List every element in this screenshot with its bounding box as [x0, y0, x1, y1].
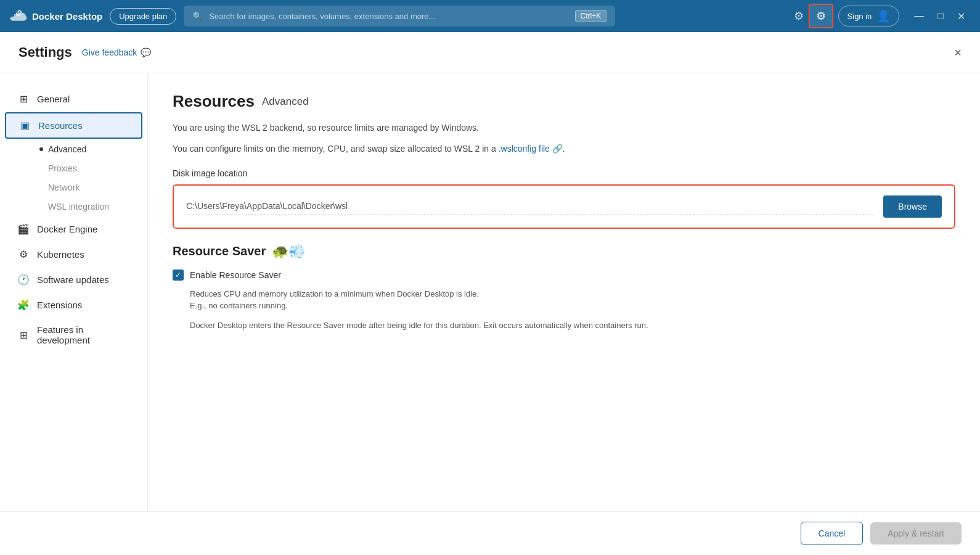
- browse-button[interactable]: Browse: [883, 195, 942, 218]
- sidebar: ⊞ General ▣ Resources Advanced Pr: [0, 73, 148, 511]
- content-title: Resources: [173, 92, 255, 111]
- apply-restart-button[interactable]: Apply & restart: [870, 522, 962, 545]
- sidebar-item-general[interactable]: ⊞ General: [5, 87, 142, 111]
- sidebar-item-proxies[interactable]: Proxies: [32, 159, 147, 178]
- sign-in-label: Sign in: [847, 12, 872, 21]
- sidebar-label-general: General: [37, 94, 70, 104]
- footer-actions: Cancel Apply & restart: [0, 511, 980, 555]
- settings-body: ⊞ General ▣ Resources Advanced Pr: [0, 73, 980, 511]
- settings-button[interactable]: ⚙: [809, 4, 833, 28]
- app-logo: Docker Desktop: [10, 7, 102, 25]
- sidebar-item-resources[interactable]: ▣ Resources: [5, 112, 142, 139]
- enable-resource-saver-label: Enable Resource Saver: [190, 270, 281, 280]
- sidebar-item-wsl[interactable]: WSL integration: [32, 197, 147, 216]
- docker-whale-icon: [10, 7, 27, 25]
- sidebar-sub-resources: Advanced Proxies Network WSL integration: [0, 140, 147, 216]
- gear-icon: ⚙: [816, 9, 826, 23]
- sub-label-proxies: Proxies: [48, 163, 77, 173]
- sidebar-item-extensions[interactable]: 🧩 Extensions: [5, 293, 142, 317]
- give-feedback-link[interactable]: Give feedback 💬: [82, 47, 152, 57]
- search-shortcut: Ctrl+K: [575, 10, 607, 22]
- content-title-row: Resources Advanced: [173, 92, 955, 111]
- feedback-icon: 💬: [141, 47, 151, 57]
- content-area: Resources Advanced You are using the WSL…: [148, 73, 980, 511]
- wslconfig-link[interactable]: .wslconfig file 🔗: [499, 144, 563, 154]
- cancel-button[interactable]: Cancel: [801, 522, 864, 545]
- enable-desc-1: Reduces CPU and memory utilization to a …: [190, 288, 955, 312]
- maximize-button[interactable]: □: [933, 8, 949, 25]
- sidebar-label-resources: Resources: [38, 120, 83, 131]
- resource-saver-header: Resource Saver 🐢💨: [173, 244, 955, 260]
- sidebar-item-advanced[interactable]: Advanced: [32, 140, 147, 158]
- features-icon: ⊞: [17, 329, 30, 341]
- docker-engine-icon: 🎬: [17, 223, 30, 235]
- fade-overlay: [173, 339, 955, 363]
- sub-label-advanced: Advanced: [48, 144, 86, 154]
- sidebar-item-docker-engine[interactable]: 🎬 Docker Engine: [5, 217, 142, 241]
- resources-icon: ▣: [18, 120, 31, 131]
- user-avatar-icon: 👤: [876, 9, 890, 23]
- sub-label-network: Network: [48, 183, 80, 192]
- resource-saver-icon: 🐢💨: [272, 244, 305, 260]
- software-updates-icon: 🕐: [17, 274, 30, 286]
- topbar: Docker Desktop Upgrade plan 🔍 Search for…: [0, 0, 980, 32]
- search-bar[interactable]: 🔍 Search for images, containers, volumes…: [184, 6, 615, 27]
- sidebar-label-docker-engine: Docker Engine: [37, 224, 97, 234]
- sign-in-button[interactable]: Sign in 👤: [838, 6, 900, 27]
- disk-path-input[interactable]: [186, 197, 873, 215]
- enable-resource-saver-checkbox[interactable]: ✓: [173, 269, 184, 281]
- main-container: Settings Give feedback 💬 × ⊞ General ▣ R…: [0, 32, 980, 555]
- sub-label-wsl: WSL integration: [48, 202, 109, 212]
- desc-configure: You can configure limits on the memory, …: [173, 142, 955, 155]
- settings-panel: Settings Give feedback 💬 × ⊞ General ▣ R…: [0, 32, 980, 555]
- dot-icon: [39, 147, 43, 151]
- sidebar-item-software-updates[interactable]: 🕐 Software updates: [5, 268, 142, 292]
- topbar-right: ⚙ ⚙ Sign in 👤 — □ ✕: [794, 4, 970, 28]
- sidebar-item-network[interactable]: Network: [32, 178, 147, 197]
- resource-saver-title: Resource Saver: [173, 244, 266, 258]
- minimize-button[interactable]: —: [909, 8, 929, 25]
- sidebar-label-kubernetes: Kubernetes: [37, 249, 84, 260]
- desc-wsl-backend: You are using the WSL 2 backend, so reso…: [173, 121, 955, 134]
- enable-desc-2: Docker Desktop enters the Resource Saver…: [190, 319, 955, 332]
- sidebar-item-kubernetes[interactable]: ⚙ Kubernetes: [5, 242, 142, 266]
- close-window-button[interactable]: ✕: [952, 8, 970, 25]
- sidebar-label-features: Features in development: [37, 324, 130, 345]
- settings-header: Settings Give feedback 💬 ×: [0, 32, 980, 73]
- extensions-icon: 🧩: [17, 299, 30, 311]
- disk-location-box: Browse: [173, 184, 955, 229]
- sidebar-label-extensions: Extensions: [37, 300, 82, 310]
- general-icon: ⊞: [17, 93, 30, 105]
- upgrade-plan-button[interactable]: Upgrade plan: [110, 8, 176, 25]
- gear-settings-icon: ⚙: [794, 9, 804, 23]
- content-subtitle: Advanced: [262, 96, 309, 108]
- window-controls: — □ ✕: [909, 8, 970, 25]
- disk-image-label: Disk image location: [173, 168, 955, 178]
- sidebar-item-features[interactable]: ⊞ Features in development: [5, 318, 142, 352]
- enable-resource-saver-row: ✓ Enable Resource Saver: [173, 269, 955, 281]
- sidebar-label-software-updates: Software updates: [37, 274, 109, 285]
- search-icon: 🔍: [192, 11, 203, 21]
- settings-close-button[interactable]: ×: [954, 46, 962, 60]
- page-title: Settings: [18, 44, 72, 60]
- feedback-label: Give feedback: [82, 47, 137, 57]
- kubernetes-icon: ⚙: [17, 249, 30, 260]
